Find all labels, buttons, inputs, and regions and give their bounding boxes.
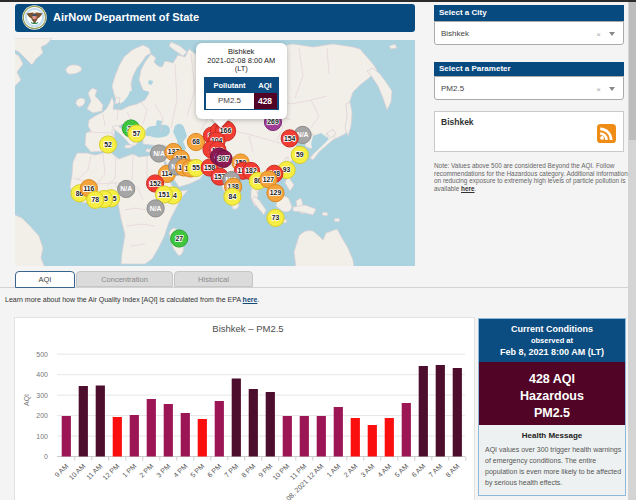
- svg-text:1 PM: 1 PM: [121, 462, 138, 479]
- svg-text:4 AM: 4 AM: [376, 462, 392, 478]
- svg-text:8 PM: 8 PM: [240, 462, 257, 479]
- svg-text:0: 0: [44, 452, 48, 459]
- svg-text:269: 269: [267, 118, 279, 125]
- svg-text:68: 68: [192, 138, 200, 145]
- svg-text:5 PM: 5 PM: [189, 462, 206, 479]
- svg-text:500: 500: [36, 350, 48, 357]
- svg-text:100: 100: [36, 432, 48, 439]
- svg-text:307: 307: [218, 155, 230, 162]
- svg-text:12 PM: 12 PM: [101, 462, 120, 481]
- svg-text:N/A: N/A: [150, 205, 162, 212]
- svg-text:84: 84: [229, 193, 237, 200]
- svg-text:73: 73: [272, 214, 280, 221]
- svg-text:129: 129: [270, 189, 282, 196]
- svg-text:127: 127: [263, 176, 275, 183]
- svg-text:27: 27: [175, 235, 183, 242]
- svg-text:400: 400: [36, 371, 48, 378]
- svg-text:57: 57: [133, 130, 141, 137]
- svg-text:6 AM: 6 AM: [410, 462, 426, 478]
- svg-text:200: 200: [36, 412, 48, 419]
- svg-text:11 AM: 11 AM: [85, 462, 104, 481]
- svg-text:7 PM: 7 PM: [223, 462, 240, 479]
- svg-text:7 AM: 7 AM: [427, 462, 443, 478]
- svg-text:N/A: N/A: [120, 185, 132, 192]
- svg-text:2 PM: 2 PM: [138, 462, 155, 479]
- svg-text:52: 52: [104, 141, 112, 148]
- svg-text:154: 154: [284, 135, 296, 142]
- svg-text:151: 151: [158, 191, 170, 198]
- svg-text:55: 55: [192, 164, 200, 171]
- svg-text:3 PM: 3 PM: [155, 462, 172, 479]
- svg-text:10 AM: 10 AM: [68, 462, 87, 481]
- svg-text:59: 59: [296, 151, 304, 158]
- svg-text:1 AM: 1 AM: [325, 462, 341, 478]
- svg-text:10 PM: 10 PM: [271, 462, 290, 481]
- svg-text:5 AM: 5 AM: [393, 462, 409, 478]
- svg-text:4 PM: 4 PM: [172, 462, 189, 479]
- svg-text:AQI: AQI: [23, 393, 31, 405]
- svg-text:78: 78: [91, 196, 99, 203]
- svg-text:N/A: N/A: [153, 150, 165, 157]
- svg-text:3 AM: 3 AM: [359, 462, 375, 478]
- svg-text:8 AM: 8 AM: [444, 462, 460, 478]
- svg-text:Bishkek – PM2.5: Bishkek – PM2.5: [212, 323, 283, 334]
- svg-text:300: 300: [36, 391, 48, 398]
- svg-text:152: 152: [149, 180, 161, 187]
- svg-text:116: 116: [83, 185, 94, 192]
- svg-text:93: 93: [283, 166, 291, 173]
- svg-text:6 PM: 6 PM: [206, 462, 223, 479]
- svg-text:2 AM: 2 AM: [342, 462, 358, 478]
